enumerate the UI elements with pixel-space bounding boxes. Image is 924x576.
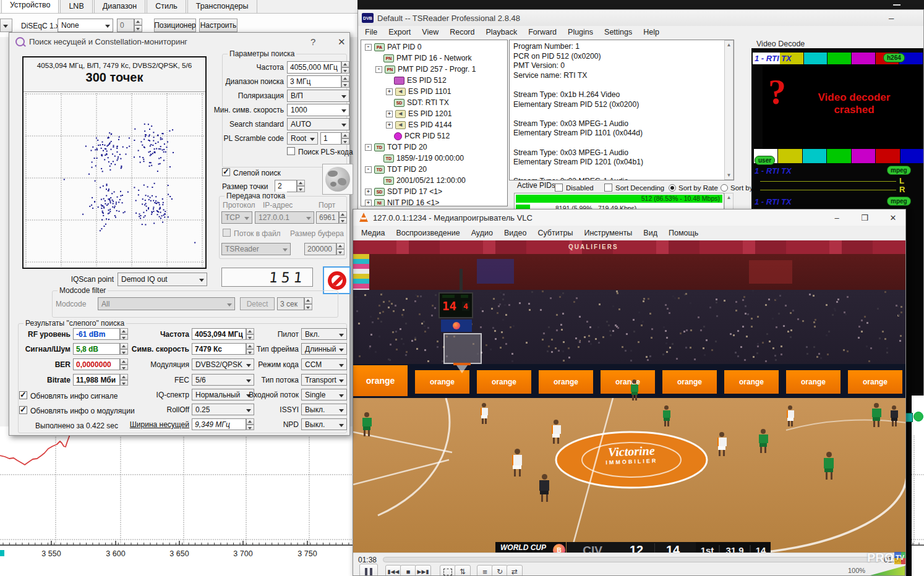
vlc-maximize-button[interactable]: ❒ bbox=[852, 211, 877, 224]
tree-item[interactable]: -TDTDT PID 20 bbox=[361, 164, 507, 175]
tsreader-tree-panel[interactable]: -PAPAT PID 0PNPMT PID 16 - Network-PNPMT… bbox=[361, 40, 508, 206]
volume-slider[interactable] bbox=[870, 565, 906, 575]
tree-item[interactable]: +◀ES PID 1201 bbox=[361, 108, 507, 119]
input-stream-select[interactable]: Single bbox=[301, 389, 347, 400]
vlc-menu-item[interactable]: Помощь bbox=[663, 227, 704, 239]
sort-by-pid-radio[interactable] bbox=[721, 184, 728, 192]
diseqc-select[interactable]: None bbox=[58, 19, 113, 32]
tree-toggle[interactable]: + bbox=[386, 122, 393, 129]
tree-item[interactable]: SDSDT: RTI TX bbox=[361, 97, 507, 108]
tree-item[interactable]: +◀ES PID 4144 bbox=[361, 119, 507, 130]
dialog-close-button[interactable]: ✕ bbox=[338, 36, 346, 48]
tree-toggle[interactable]: + bbox=[365, 188, 372, 195]
range-input[interactable]: 3 МГц bbox=[287, 75, 341, 88]
ts-menu-file[interactable]: File bbox=[359, 26, 383, 38]
ts-menu-forward[interactable]: Forward bbox=[523, 26, 562, 38]
tree-toggle[interactable]: + bbox=[386, 111, 393, 117]
tree-toggle[interactable]: + bbox=[365, 200, 372, 206]
tree-item[interactable]: +SDSDT PID 17 <1> bbox=[361, 186, 507, 197]
mini-combo-button[interactable] bbox=[0, 19, 12, 32]
ts-menu-export[interactable]: Export bbox=[383, 26, 416, 38]
blind-search-checkbox[interactable] bbox=[222, 168, 230, 176]
scroll-down-icon[interactable]: ▼ bbox=[727, 172, 732, 179]
tree-item[interactable]: -TDTOT PID 20 bbox=[361, 142, 507, 153]
min-symrate-combo[interactable]: 1000 bbox=[287, 104, 349, 116]
tree-toggle[interactable]: - bbox=[365, 144, 372, 151]
iqscan-select[interactable]: Demod IQ out bbox=[118, 273, 207, 286]
sort-descending-checkbox[interactable] bbox=[604, 184, 612, 192]
pls-search-checkbox[interactable] bbox=[287, 147, 295, 155]
dot-size-spinner[interactable] bbox=[297, 180, 305, 192]
tree-item[interactable]: PCR PID 512 bbox=[361, 130, 507, 142]
frame-type-select[interactable]: Длинный bbox=[301, 343, 347, 355]
tree-toggle[interactable]: - bbox=[375, 66, 382, 73]
pl-scramble-mode-select[interactable]: Root bbox=[287, 132, 318, 145]
stream-type-select[interactable]: Transport bbox=[301, 374, 347, 386]
next-button[interactable]: ▶▶▮ bbox=[415, 565, 431, 576]
update-signal-checkbox[interactable] bbox=[19, 391, 27, 399]
tree-item[interactable]: +◀ES PID 1101 bbox=[361, 86, 507, 97]
vlc-menu-item[interactable]: Инструменты bbox=[578, 227, 638, 239]
polarization-select[interactable]: В/П bbox=[287, 90, 349, 102]
vlc-menu-item[interactable]: Аудио bbox=[466, 227, 498, 239]
pilot-select[interactable]: Вкл. bbox=[301, 328, 347, 340]
seek-bar[interactable] bbox=[383, 557, 881, 562]
previous-button[interactable]: ▮◀◀ bbox=[385, 565, 401, 576]
tab-2[interactable]: Диапазон bbox=[94, 0, 145, 13]
edge-icon-green[interactable] bbox=[913, 412, 923, 421]
vlc-menu-item[interactable]: Медиа bbox=[356, 227, 390, 239]
ts-menu-record[interactable]: Record bbox=[444, 26, 480, 38]
tree-item[interactable]: PNPMT PID 16 - Network bbox=[361, 53, 507, 64]
globe-icon[interactable] bbox=[322, 164, 353, 195]
freq-input[interactable]: 4055,000 МГц bbox=[287, 61, 341, 74]
range-spinner[interactable] bbox=[341, 75, 349, 88]
vlc-titlebar[interactable]: 127.0.0.1:1234 - Медиапроигрыватель VLC … bbox=[353, 210, 905, 226]
fullscreen-button[interactable] bbox=[440, 565, 456, 576]
vlc-menu-item[interactable]: Вид bbox=[638, 227, 663, 239]
tab-3[interactable]: Стиль bbox=[147, 0, 186, 13]
tree-item[interactable]: ES PID 512 bbox=[361, 75, 507, 86]
tree-toggle[interactable]: - bbox=[365, 44, 372, 51]
npd-select[interactable]: Выкл. bbox=[301, 418, 347, 430]
pl-scramble-spinner[interactable] bbox=[341, 132, 349, 145]
vlc-video-area[interactable]: QUALIFIERS orangeorangeorangeorangeorang… bbox=[353, 240, 906, 553]
playlist-button[interactable]: ≡ bbox=[477, 565, 493, 576]
tree-item[interactable]: TD2001/05/21 12:00:00 bbox=[361, 175, 507, 186]
tsreader-titlebar[interactable]: DVB Default -- TSReader Professional 2.8… bbox=[358, 10, 923, 26]
tsreader-info-panel[interactable]: Program Number: 1PCR on PID 512 (0x0200)… bbox=[509, 40, 734, 180]
tree-item[interactable]: +NINIT PID 16 <1> bbox=[361, 197, 507, 206]
ts-menu-plugins[interactable]: Plugins bbox=[562, 26, 599, 38]
vlc-minimize-button[interactable]: – bbox=[824, 211, 849, 224]
pl-scramble-value[interactable]: 1 bbox=[320, 132, 341, 145]
tree-item[interactable]: TD1859/-1/19 00:00:00 bbox=[361, 153, 507, 164]
search-standard-select[interactable]: AUTO bbox=[287, 118, 349, 130]
position-spinner[interactable] bbox=[134, 19, 142, 32]
sort-by-rate-radio[interactable] bbox=[669, 184, 676, 192]
tab-0[interactable]: Устройство bbox=[1, 0, 59, 13]
scroll-up-icon[interactable]: ▲ bbox=[727, 41, 732, 48]
update-modulation-checkbox[interactable] bbox=[19, 406, 27, 414]
extended-settings-button[interactable]: ⇅ bbox=[455, 565, 471, 576]
tab-1[interactable]: LNB bbox=[60, 0, 92, 13]
info-scrollbar[interactable]: ▲ ▼ bbox=[724, 40, 734, 180]
ts-menu-settings[interactable]: Settings bbox=[599, 26, 638, 38]
vlc-menu-item[interactable]: Воспроизведение bbox=[390, 227, 465, 239]
tsreader-minimize-button[interactable]: – bbox=[889, 12, 894, 23]
configure-button[interactable]: Настроить bbox=[199, 19, 237, 32]
dialog-help-button[interactable]: ? bbox=[310, 36, 315, 47]
positioner-button[interactable]: Позиционер bbox=[154, 19, 196, 32]
tree-toggle[interactable]: + bbox=[386, 88, 393, 95]
position-value-field[interactable]: 0 bbox=[117, 19, 134, 32]
tree-toggle[interactable]: - bbox=[365, 166, 372, 173]
freq-spinner[interactable] bbox=[341, 61, 349, 74]
vlc-menu-item[interactable]: Субтитры bbox=[532, 227, 578, 239]
vlc-close-button[interactable]: ✕ bbox=[880, 211, 906, 224]
tree-item[interactable]: -PNPMT PID 257 - Progr. 1 bbox=[361, 64, 507, 75]
ts-menu-help[interactable]: Help bbox=[638, 26, 665, 38]
pid-bar[interactable]: 512 (86.53% - 10.48 Mbps) bbox=[516, 195, 722, 203]
loop-button[interactable]: ↻ bbox=[492, 565, 508, 576]
volume-slider-handle[interactable] bbox=[905, 565, 906, 575]
tree-item[interactable]: -PAPAT PID 0 bbox=[361, 41, 507, 53]
shuffle-button[interactable]: ⇄ bbox=[507, 565, 523, 576]
ts-menu-view[interactable]: View bbox=[416, 26, 444, 38]
